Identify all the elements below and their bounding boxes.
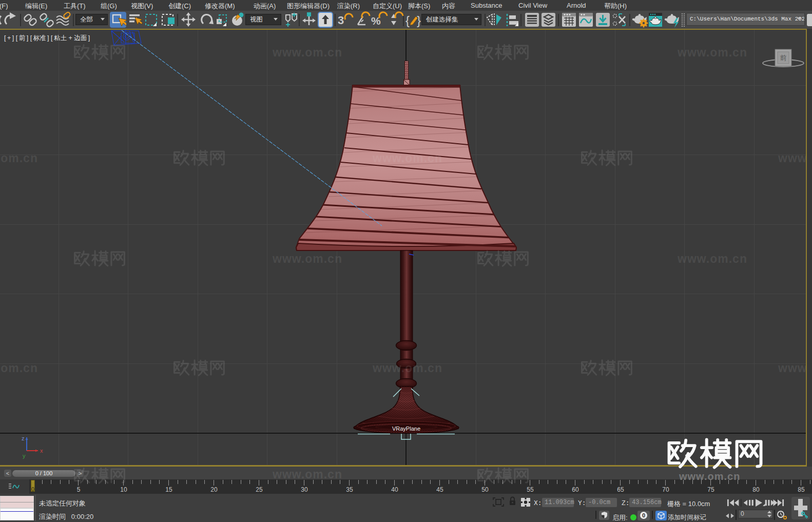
svg-text:y: y xyxy=(23,453,26,459)
svg-text:3: 3 xyxy=(338,14,344,27)
svg-text:z: z xyxy=(22,435,25,441)
svg-text:x: x xyxy=(40,448,43,454)
svg-text:}: } xyxy=(417,13,421,27)
svg-text:{: { xyxy=(405,13,410,27)
svg-text:VRayPlane: VRayPlane xyxy=(392,426,420,432)
svg-text:前: 前 xyxy=(780,54,787,62)
